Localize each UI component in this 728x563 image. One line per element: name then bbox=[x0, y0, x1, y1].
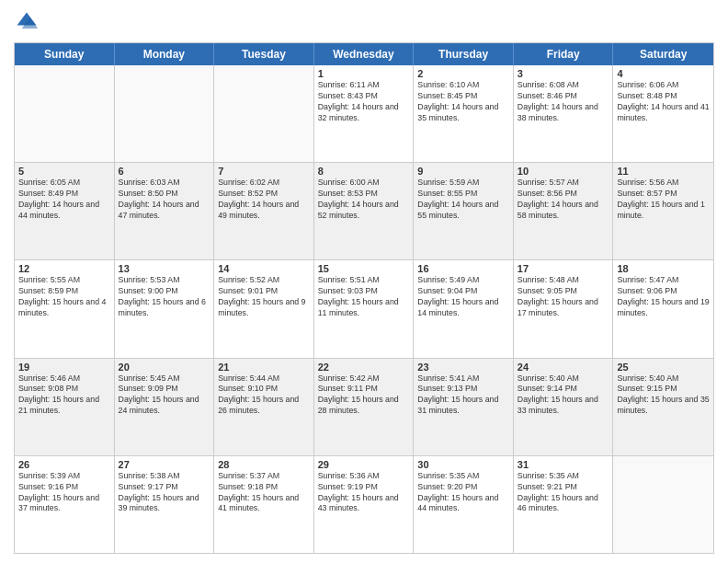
day-cell-1: 1Sunrise: 6:11 AM Sunset: 8:43 PM Daylig… bbox=[314, 65, 415, 162]
day-number: 4 bbox=[617, 68, 710, 79]
cell-detail: Sunrise: 5:35 AM Sunset: 9:21 PM Dayligh… bbox=[518, 471, 609, 515]
day-cell-8: 8Sunrise: 6:00 AM Sunset: 8:53 PM Daylig… bbox=[314, 163, 415, 259]
calendar-week-1: 1Sunrise: 6:11 AM Sunset: 8:43 PM Daylig… bbox=[15, 65, 713, 163]
day-number: 26 bbox=[18, 459, 110, 470]
cell-detail: Sunrise: 5:41 AM Sunset: 9:13 PM Dayligh… bbox=[417, 373, 509, 418]
day-cell-27: 27Sunrise: 5:38 AM Sunset: 9:17 PM Dayli… bbox=[115, 456, 215, 553]
day-number: 1 bbox=[318, 68, 410, 79]
day-number: 8 bbox=[318, 166, 410, 177]
calendar-week-3: 12Sunrise: 5:55 AM Sunset: 8:59 PM Dayli… bbox=[15, 260, 713, 358]
day-cell-6: 6Sunrise: 6:03 AM Sunset: 8:50 PM Daylig… bbox=[115, 163, 215, 259]
day-header-saturday: Saturday bbox=[613, 43, 713, 65]
page: SundayMondayTuesdayWednesdayThursdayFrid… bbox=[0, 0, 728, 563]
day-cell-9: 9Sunrise: 5:59 AM Sunset: 8:55 PM Daylig… bbox=[414, 163, 514, 259]
cell-detail: Sunrise: 6:00 AM Sunset: 8:53 PM Dayligh… bbox=[318, 178, 410, 222]
day-cell-2: 2Sunrise: 6:10 AM Sunset: 8:45 PM Daylig… bbox=[414, 65, 514, 162]
day-number: 16 bbox=[417, 263, 509, 274]
day-cell-4: 4Sunrise: 6:06 AM Sunset: 8:48 PM Daylig… bbox=[613, 65, 713, 162]
day-cell-13: 13Sunrise: 5:53 AM Sunset: 9:00 PM Dayli… bbox=[115, 260, 215, 357]
day-cell-19: 19Sunrise: 5:46 AM Sunset: 9:08 PM Dayli… bbox=[15, 359, 115, 455]
cell-detail: Sunrise: 5:37 AM Sunset: 9:18 PM Dayligh… bbox=[218, 471, 310, 515]
day-cell-24: 24Sunrise: 5:40 AM Sunset: 9:14 PM Dayli… bbox=[514, 359, 614, 455]
day-cell-15: 15Sunrise: 5:51 AM Sunset: 9:03 PM Dayli… bbox=[314, 260, 415, 357]
day-number: 11 bbox=[617, 166, 710, 177]
header bbox=[14, 9, 714, 35]
cell-detail: Sunrise: 5:56 AM Sunset: 8:57 PM Dayligh… bbox=[617, 178, 710, 222]
day-cell-18: 18Sunrise: 5:47 AM Sunset: 9:06 PM Dayli… bbox=[613, 260, 713, 357]
day-number: 7 bbox=[218, 166, 310, 177]
day-number: 28 bbox=[218, 459, 310, 470]
cell-detail: Sunrise: 5:35 AM Sunset: 9:20 PM Dayligh… bbox=[417, 471, 509, 515]
day-number: 21 bbox=[218, 362, 310, 373]
cell-detail: Sunrise: 5:55 AM Sunset: 8:59 PM Dayligh… bbox=[18, 275, 110, 319]
cell-detail: Sunrise: 5:57 AM Sunset: 8:56 PM Dayligh… bbox=[518, 178, 609, 222]
cell-detail: Sunrise: 5:45 AM Sunset: 9:09 PM Dayligh… bbox=[119, 373, 210, 418]
empty-cell bbox=[15, 65, 115, 162]
day-number: 29 bbox=[318, 459, 410, 470]
day-cell-25: 25Sunrise: 5:40 AM Sunset: 9:15 PM Dayli… bbox=[613, 359, 713, 455]
cell-detail: Sunrise: 5:48 AM Sunset: 9:05 PM Dayligh… bbox=[518, 275, 609, 319]
day-cell-26: 26Sunrise: 5:39 AM Sunset: 9:16 PM Dayli… bbox=[15, 456, 115, 553]
day-number: 3 bbox=[518, 68, 609, 79]
cell-detail: Sunrise: 5:59 AM Sunset: 8:55 PM Dayligh… bbox=[417, 178, 509, 222]
cell-detail: Sunrise: 5:49 AM Sunset: 9:04 PM Dayligh… bbox=[417, 275, 509, 319]
cell-detail: Sunrise: 6:02 AM Sunset: 8:52 PM Dayligh… bbox=[218, 178, 310, 222]
cell-detail: Sunrise: 6:08 AM Sunset: 8:46 PM Dayligh… bbox=[518, 80, 609, 124]
day-header-tuesday: Tuesday bbox=[214, 43, 314, 65]
day-cell-11: 11Sunrise: 5:56 AM Sunset: 8:57 PM Dayli… bbox=[613, 163, 713, 259]
day-number: 10 bbox=[518, 166, 609, 177]
day-number: 22 bbox=[318, 362, 410, 373]
calendar-header-row: SundayMondayTuesdayWednesdayThursdayFrid… bbox=[15, 43, 713, 65]
cell-detail: Sunrise: 5:40 AM Sunset: 9:14 PM Dayligh… bbox=[518, 373, 609, 418]
day-number: 5 bbox=[18, 166, 110, 177]
empty-cell bbox=[115, 65, 215, 162]
cell-detail: Sunrise: 5:38 AM Sunset: 9:17 PM Dayligh… bbox=[119, 471, 210, 515]
cell-detail: Sunrise: 5:36 AM Sunset: 9:19 PM Dayligh… bbox=[318, 471, 410, 515]
day-cell-21: 21Sunrise: 5:44 AM Sunset: 9:10 PM Dayli… bbox=[214, 359, 314, 455]
day-cell-14: 14Sunrise: 5:52 AM Sunset: 9:01 PM Dayli… bbox=[214, 260, 314, 357]
cell-detail: Sunrise: 6:11 AM Sunset: 8:43 PM Dayligh… bbox=[318, 80, 410, 124]
day-number: 23 bbox=[417, 362, 509, 373]
day-header-wednesday: Wednesday bbox=[314, 43, 415, 65]
day-cell-12: 12Sunrise: 5:55 AM Sunset: 8:59 PM Dayli… bbox=[15, 260, 115, 357]
day-number: 12 bbox=[18, 263, 110, 274]
cell-detail: Sunrise: 6:06 AM Sunset: 8:48 PM Dayligh… bbox=[617, 80, 710, 124]
day-cell-17: 17Sunrise: 5:48 AM Sunset: 9:05 PM Dayli… bbox=[514, 260, 614, 357]
empty-cell bbox=[613, 456, 713, 553]
day-number: 25 bbox=[617, 362, 710, 373]
day-cell-23: 23Sunrise: 5:41 AM Sunset: 9:13 PM Dayli… bbox=[414, 359, 514, 455]
day-cell-16: 16Sunrise: 5:49 AM Sunset: 9:04 PM Dayli… bbox=[414, 260, 514, 357]
logo bbox=[14, 9, 43, 35]
cell-detail: Sunrise: 5:52 AM Sunset: 9:01 PM Dayligh… bbox=[218, 275, 310, 319]
day-number: 27 bbox=[119, 459, 210, 470]
day-cell-28: 28Sunrise: 5:37 AM Sunset: 9:18 PM Dayli… bbox=[214, 456, 314, 553]
cell-detail: Sunrise: 5:53 AM Sunset: 9:00 PM Dayligh… bbox=[119, 275, 210, 319]
day-cell-29: 29Sunrise: 5:36 AM Sunset: 9:19 PM Dayli… bbox=[314, 456, 415, 553]
day-cell-5: 5Sunrise: 6:05 AM Sunset: 8:49 PM Daylig… bbox=[15, 163, 115, 259]
cell-detail: Sunrise: 5:39 AM Sunset: 9:16 PM Dayligh… bbox=[18, 471, 110, 515]
calendar-week-2: 5Sunrise: 6:05 AM Sunset: 8:49 PM Daylig… bbox=[15, 163, 713, 260]
calendar: SundayMondayTuesdayWednesdayThursdayFrid… bbox=[14, 42, 714, 554]
day-cell-3: 3Sunrise: 6:08 AM Sunset: 8:46 PM Daylig… bbox=[514, 65, 614, 162]
day-number: 24 bbox=[518, 362, 609, 373]
empty-cell bbox=[214, 65, 314, 162]
calendar-body: 1Sunrise: 6:11 AM Sunset: 8:43 PM Daylig… bbox=[15, 65, 713, 553]
day-number: 6 bbox=[119, 166, 210, 177]
day-number: 18 bbox=[617, 263, 710, 274]
cell-detail: Sunrise: 6:05 AM Sunset: 8:49 PM Dayligh… bbox=[18, 178, 110, 222]
cell-detail: Sunrise: 5:47 AM Sunset: 9:06 PM Dayligh… bbox=[617, 275, 710, 319]
cell-detail: Sunrise: 5:40 AM Sunset: 9:15 PM Dayligh… bbox=[617, 373, 710, 418]
calendar-week-4: 19Sunrise: 5:46 AM Sunset: 9:08 PM Dayli… bbox=[15, 359, 713, 456]
day-cell-10: 10Sunrise: 5:57 AM Sunset: 8:56 PM Dayli… bbox=[514, 163, 614, 259]
day-cell-30: 30Sunrise: 5:35 AM Sunset: 9:20 PM Dayli… bbox=[414, 456, 514, 553]
day-number: 14 bbox=[218, 263, 310, 274]
calendar-week-5: 26Sunrise: 5:39 AM Sunset: 9:16 PM Dayli… bbox=[15, 456, 713, 553]
cell-detail: Sunrise: 5:46 AM Sunset: 9:08 PM Dayligh… bbox=[18, 373, 110, 418]
day-number: 15 bbox=[318, 263, 410, 274]
day-number: 9 bbox=[417, 166, 509, 177]
day-cell-31: 31Sunrise: 5:35 AM Sunset: 9:21 PM Dayli… bbox=[514, 456, 614, 553]
logo-icon bbox=[14, 9, 40, 35]
cell-detail: Sunrise: 5:51 AM Sunset: 9:03 PM Dayligh… bbox=[318, 275, 410, 319]
day-cell-7: 7Sunrise: 6:02 AM Sunset: 8:52 PM Daylig… bbox=[214, 163, 314, 259]
day-number: 30 bbox=[417, 459, 509, 470]
